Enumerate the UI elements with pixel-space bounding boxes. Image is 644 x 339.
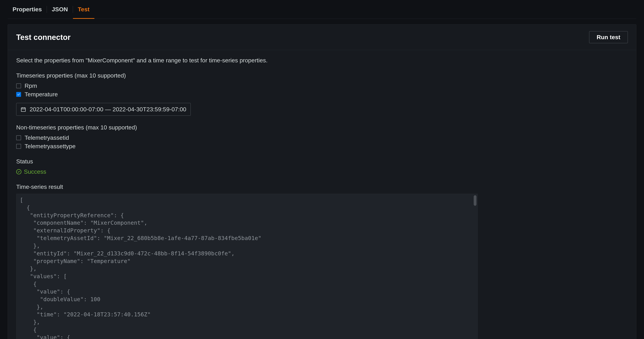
ts-checkbox-0[interactable] (16, 84, 21, 88)
nts-checkbox-0[interactable] (16, 135, 21, 140)
checkbox-row: Rpm (16, 82, 628, 89)
date-range-value: 2022-04-01T00:00:00-07:00 — 2022-04-30T2… (30, 106, 186, 113)
timeseries-label: Timeseries properties (max 10 supported) (16, 72, 628, 79)
status-text: Success (24, 168, 46, 175)
tab-test[interactable]: Test (73, 0, 94, 19)
nts-checkbox-label: Telemetryassetid (24, 134, 69, 141)
status-label: Status (16, 158, 628, 165)
run-test-button[interactable]: Run test (589, 31, 628, 43)
scrollbar-thumb[interactable] (474, 195, 476, 206)
svg-rect-0 (21, 108, 26, 111)
calendar-icon (20, 106, 26, 112)
test-connector-panel: Test connector Run test Select the prope… (8, 24, 636, 339)
non-timeseries-list: TelemetryassetidTelemetryassettype (16, 134, 628, 150)
date-range-input[interactable]: 2022-04-01T00:00:00-07:00 — 2022-04-30T2… (16, 103, 191, 116)
tabs: Properties JSON Test (8, 0, 636, 19)
tab-json[interactable]: JSON (47, 0, 73, 19)
non-timeseries-label: Non-timeseries properties (max 10 suppor… (16, 124, 628, 131)
nts-checkbox-label: Telemetryassettype (24, 143, 76, 150)
result-content: [ { "entityPropertyReference": { "compon… (16, 194, 478, 339)
result-textarea[interactable]: [ { "entityPropertyReference": { "compon… (16, 194, 478, 339)
checkbox-row: Telemetryassetid (16, 134, 628, 141)
panel-description: Select the properties from "MixerCompone… (16, 57, 628, 64)
success-icon (16, 169, 22, 174)
ts-checkbox-1[interactable] (16, 92, 21, 97)
checkbox-row: Temperature (16, 91, 628, 98)
ts-checkbox-label: Rpm (24, 82, 37, 89)
panel-header: Test connector Run test (8, 24, 636, 50)
checkbox-row: Telemetryassettype (16, 143, 628, 150)
panel-title: Test connector (16, 33, 70, 42)
panel-body: Select the properties from "MixerCompone… (8, 50, 636, 339)
timeseries-list: RpmTemperature (16, 82, 628, 98)
tab-properties[interactable]: Properties (8, 0, 47, 19)
nts-checkbox-1[interactable] (16, 144, 21, 149)
status-value: Success (16, 168, 628, 175)
result-label: Time-series result (16, 184, 628, 190)
ts-checkbox-label: Temperature (24, 91, 58, 98)
